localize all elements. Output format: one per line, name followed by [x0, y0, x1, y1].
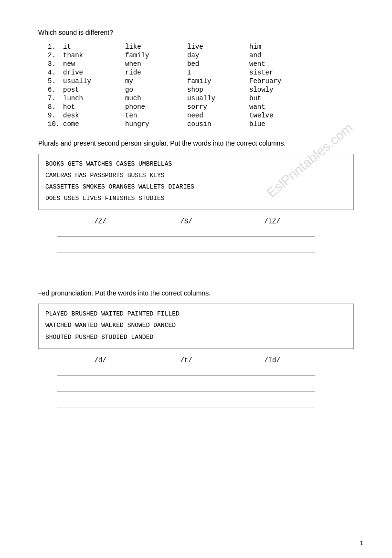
- plurals-col3-line1[interactable]: [229, 225, 315, 237]
- ed-col1-line2[interactable]: [57, 380, 143, 392]
- list-col1: hot: [63, 103, 125, 111]
- ed-line2: WATCHED WANTED WALKED SNOWED DANCED: [45, 320, 347, 331]
- plurals-line1: BOOKS GETS WATCHES CASES UMBRELLAS: [45, 159, 347, 169]
- list-col2: like: [125, 43, 187, 51]
- ed-line3: SHOUTED PUSHED STUDIED LANDED: [45, 332, 347, 343]
- ed-col3-line1[interactable]: [229, 364, 315, 376]
- list-col1: come: [63, 120, 125, 128]
- list-row: 4. drive ride I sister: [48, 69, 354, 76]
- list-col2: hungry: [125, 120, 187, 128]
- list-col4: February: [249, 77, 311, 85]
- list-num: 2.: [48, 52, 63, 59]
- ed-col3-line3[interactable]: [229, 397, 315, 408]
- list-col2: when: [125, 60, 187, 68]
- ed-col2-line3[interactable]: [143, 397, 229, 408]
- list-col3: bed: [187, 60, 249, 68]
- plurals-col1-label: /Z/: [57, 218, 143, 274]
- ed-col3-label: /Id/: [229, 357, 315, 413]
- plurals-col2-line3[interactable]: [143, 258, 229, 269]
- ed-col1-label: /d/: [57, 357, 143, 413]
- list-col3: need: [187, 112, 249, 119]
- ed-line1: PLAYED BRUSHED WAITED PAINTED FILLED: [45, 309, 347, 319]
- plurals-col3-label: /IZ/: [229, 218, 315, 274]
- plurals-col3-line2[interactable]: [229, 242, 315, 253]
- ed-columns: /d/ /t/ /Id/: [57, 357, 354, 413]
- plurals-line2: CAMERAS HAS PASSPORTS BUSES KEYS: [45, 170, 347, 181]
- plurals-line3: CASSETTES SMOKES ORANGES WALLETS DIARIES: [45, 182, 347, 192]
- list-col4: slowly: [249, 86, 311, 94]
- list-col4: twelve: [249, 112, 311, 119]
- list-row: 8. hot phone sorry want: [48, 103, 354, 111]
- list-row: 3. new when bed went: [48, 60, 354, 68]
- list-col1: drive: [63, 69, 125, 76]
- list-row: 2. thank family day and: [48, 52, 354, 59]
- ed-col1-line1[interactable]: [57, 364, 143, 376]
- list-num: 10.: [48, 120, 63, 128]
- list-col4: went: [249, 60, 311, 68]
- plurals-word-box: BOOKS GETS WATCHES CASES UMBRELLAS CAMER…: [38, 154, 354, 210]
- ed-col2-label: /t/: [143, 357, 229, 413]
- plurals-col2-line2[interactable]: [143, 242, 229, 253]
- list-col2: family: [125, 52, 187, 59]
- list-col4: and: [249, 52, 311, 59]
- list-col3: family: [187, 77, 249, 85]
- list-col3: usually: [187, 95, 249, 102]
- list-col3: shop: [187, 86, 249, 94]
- list-col4: but: [249, 95, 311, 102]
- section1-title: Which sound is different?: [38, 29, 354, 36]
- ed-col2-line1[interactable]: [143, 364, 229, 376]
- section3-title: –ed pronunciation. Put the words into th…: [38, 289, 354, 297]
- plurals-col2-label: /S/: [143, 218, 229, 274]
- list-col2: go: [125, 86, 187, 94]
- list-col1: lunch: [63, 95, 125, 102]
- list-col2: much: [125, 95, 187, 102]
- list-row: 5. usually my family February: [48, 77, 354, 85]
- ed-col1-line3[interactable]: [57, 397, 143, 408]
- list-col3: I: [187, 69, 249, 76]
- list-num: 1.: [48, 43, 63, 51]
- list-col2: ten: [125, 112, 187, 119]
- list-col3: sorry: [187, 103, 249, 111]
- list-col1: it: [63, 43, 125, 51]
- list-row: 9. desk ten need twelve: [48, 112, 354, 119]
- list-col3: cousin: [187, 120, 249, 128]
- list-num: 7.: [48, 95, 63, 102]
- ed-col3-line2[interactable]: [229, 380, 315, 392]
- list-num: 4.: [48, 69, 63, 76]
- list-col2: phone: [125, 103, 187, 111]
- section3-title-text: –ed pronunciation. Put the words into th…: [38, 289, 211, 297]
- list-num: 9.: [48, 112, 63, 119]
- list-num: 3.: [48, 60, 63, 68]
- plurals-columns: /Z/ /S/ /IZ/: [57, 218, 354, 274]
- plurals-col1-line3[interactable]: [57, 258, 143, 269]
- list-col4: blue: [249, 120, 311, 128]
- list-col1: desk: [63, 112, 125, 119]
- ed-col2-line2[interactable]: [143, 380, 229, 392]
- list-num: 5.: [48, 77, 63, 85]
- list-num: 8.: [48, 103, 63, 111]
- ed-word-box: PLAYED BRUSHED WAITED PAINTED FILLED WAT…: [38, 304, 354, 348]
- section1: Which sound is different? 1. it like liv…: [38, 29, 354, 128]
- section2: Plurals and present second person singul…: [38, 139, 354, 274]
- plurals-col3-line3[interactable]: [229, 258, 315, 269]
- plurals-col2-line1[interactable]: [143, 225, 229, 237]
- list-col1: thank: [63, 52, 125, 59]
- list-row: 6. post go shop slowly: [48, 86, 354, 94]
- numbered-list: 1. it like live him 2. thank family day …: [48, 43, 354, 128]
- list-col1: post: [63, 86, 125, 94]
- page-number: 1: [360, 539, 363, 547]
- list-col4: want: [249, 103, 311, 111]
- plurals-col1-line1[interactable]: [57, 225, 143, 237]
- list-num: 6.: [48, 86, 63, 94]
- list-col1: new: [63, 60, 125, 68]
- list-col2: my: [125, 77, 187, 85]
- plurals-col1-line2[interactable]: [57, 242, 143, 253]
- list-row: 7. lunch much usually but: [48, 95, 354, 102]
- list-col1: usually: [63, 77, 125, 85]
- section2-title-text: Plurals and present second person singul…: [38, 139, 286, 147]
- list-col2: ride: [125, 69, 187, 76]
- list-col4: sister: [249, 69, 311, 76]
- list-col3: day: [187, 52, 249, 59]
- list-row: 10. come hungry cousin blue: [48, 120, 354, 128]
- section2-title: Plurals and present second person singul…: [38, 139, 354, 147]
